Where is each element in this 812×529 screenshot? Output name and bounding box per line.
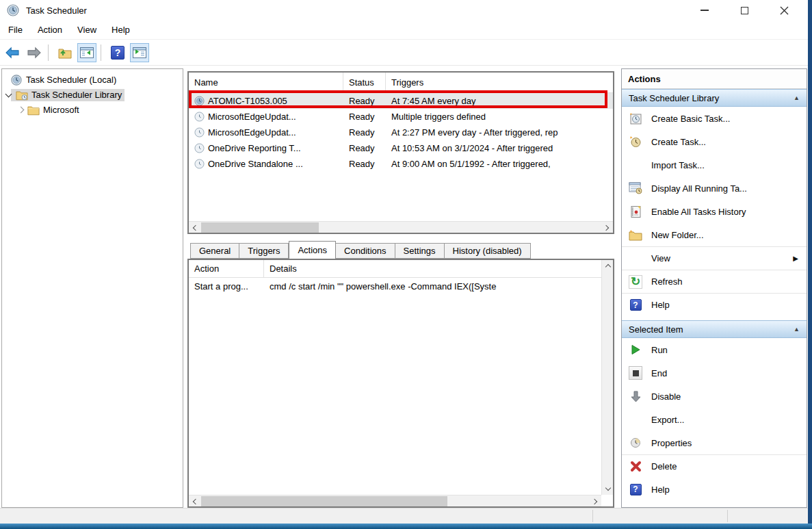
action-help-selected[interactable]: ? Help bbox=[622, 478, 807, 501]
action-view[interactable]: View ▶ bbox=[622, 246, 807, 270]
action-delete[interactable]: Delete bbox=[622, 454, 807, 478]
folder-clock-icon bbox=[16, 90, 28, 101]
action-help-library[interactable]: ? Help bbox=[622, 293, 807, 316]
console-tree-panel: Task Scheduler (Local) Task Scheduler Li… bbox=[1, 68, 183, 508]
menu-help[interactable]: Help bbox=[105, 22, 137, 38]
action-refresh[interactable]: ↻ Refresh bbox=[622, 270, 807, 293]
no-icon bbox=[629, 158, 642, 172]
detail-vscrollbar[interactable] bbox=[601, 260, 613, 495]
window-title: Task Scheduler bbox=[26, 5, 87, 16]
forward-button[interactable] bbox=[25, 43, 44, 62]
scroll-up-icon bbox=[605, 264, 610, 270]
column-header-status[interactable]: Status bbox=[343, 73, 386, 92]
hscroll-thumb[interactable] bbox=[201, 222, 319, 233]
up-folder-button[interactable] bbox=[55, 43, 75, 62]
menu-file[interactable]: File bbox=[1, 22, 29, 38]
help-icon: ? bbox=[630, 299, 642, 311]
section-label: Task Scheduler Library bbox=[629, 93, 794, 103]
help-button[interactable]: ? bbox=[108, 43, 127, 62]
tab-conditions[interactable]: Conditions bbox=[336, 243, 395, 259]
scroll-right-button[interactable] bbox=[590, 495, 601, 507]
column-header-triggers[interactable]: Triggers bbox=[386, 73, 613, 92]
tab-general[interactable]: General bbox=[190, 243, 239, 259]
task-triggers: At 2:27 PM every day - After triggered, … bbox=[386, 125, 613, 140]
task-name: MicrosoftEdgeUpdat... bbox=[208, 112, 296, 122]
tab-actions[interactable]: Actions bbox=[289, 241, 336, 259]
action-create-task[interactable]: Create Task... bbox=[622, 130, 807, 153]
section-header-selected-item[interactable]: Selected Item ▲ bbox=[622, 320, 807, 338]
show-action-pane-button[interactable] bbox=[130, 43, 149, 62]
tree-item-label: Task Scheduler (Local) bbox=[26, 75, 116, 85]
action-label: Import Task... bbox=[651, 160, 705, 170]
action-properties[interactable]: Properties bbox=[622, 431, 807, 454]
collapse-icon[interactable]: ▲ bbox=[794, 326, 800, 333]
menu-bar: File Action View Help bbox=[0, 21, 808, 40]
task-clock-icon bbox=[194, 159, 205, 169]
close-button[interactable] bbox=[764, 0, 804, 21]
task-clock-icon bbox=[194, 127, 205, 138]
action-label: Properties bbox=[651, 438, 692, 448]
action-disable[interactable]: Disable bbox=[622, 385, 807, 408]
section-header-library[interactable]: Task Scheduler Library ▲ bbox=[622, 89, 807, 107]
collapse-icon[interactable]: ▲ bbox=[794, 94, 800, 101]
scroll-left-button[interactable] bbox=[189, 495, 200, 507]
tree-item-task-scheduler-library[interactable]: Task Scheduler Library bbox=[6, 88, 125, 102]
console-tree-icon bbox=[80, 47, 94, 58]
action-label: End bbox=[651, 368, 667, 378]
action-enable-tasks-history[interactable]: Enable All Tasks History bbox=[622, 200, 807, 223]
tab-history[interactable]: History (disabled) bbox=[445, 243, 531, 259]
task-status: Ready bbox=[343, 109, 386, 125]
delete-x-icon bbox=[630, 461, 642, 472]
task-list-header: Name Status Triggers bbox=[189, 73, 613, 93]
scroll-right-icon bbox=[592, 498, 597, 504]
taskbar-edge bbox=[0, 524, 812, 529]
task-row[interactable]: OneDrive Standalone ... Ready At 9:00 AM… bbox=[189, 156, 613, 172]
tab-settings[interactable]: Settings bbox=[395, 243, 445, 259]
column-header-action[interactable]: Action bbox=[189, 260, 264, 277]
detail-row-start-program[interactable]: Start a prog... cmd /c start /min "" pow… bbox=[189, 278, 601, 295]
column-header-name[interactable]: Name bbox=[189, 73, 343, 92]
scroll-left-icon bbox=[193, 224, 198, 230]
action-export[interactable]: Export... bbox=[622, 408, 807, 431]
hscroll-thumb[interactable] bbox=[201, 496, 447, 506]
action-label: View bbox=[651, 253, 670, 263]
detail-hscrollbar[interactable] bbox=[189, 495, 601, 506]
action-end[interactable]: End bbox=[622, 361, 807, 385]
scheduler-clock-icon bbox=[10, 75, 23, 86]
refresh-icon: ↻ bbox=[631, 276, 640, 287]
scroll-down-button[interactable] bbox=[602, 483, 614, 495]
task-list-hscrollbar[interactable] bbox=[189, 221, 613, 233]
show-console-tree-button[interactable] bbox=[77, 43, 96, 62]
maximize-button[interactable] bbox=[724, 0, 764, 21]
actions-tab-content: Action Details Start a prog... cmd /c st… bbox=[187, 259, 614, 508]
close-icon bbox=[780, 6, 789, 15]
column-header-details[interactable]: Details bbox=[264, 260, 601, 277]
action-label: Create Basic Task... bbox=[651, 114, 730, 124]
menu-action[interactable]: Action bbox=[31, 22, 69, 38]
scroll-left-button[interactable] bbox=[189, 222, 200, 233]
scroll-up-button[interactable] bbox=[602, 260, 614, 272]
task-row-atomic[interactable]: ATOMIC-T1053.005 Ready At 7:45 AM every … bbox=[189, 93, 613, 109]
task-scheduler-app-icon bbox=[7, 4, 19, 16]
back-button[interactable] bbox=[3, 43, 22, 62]
tree-item-microsoft[interactable]: Microsoft bbox=[18, 103, 79, 117]
task-row[interactable]: MicrosoftEdgeUpdat... Ready Multiple tri… bbox=[189, 109, 613, 125]
tree-item-task-scheduler-local[interactable]: Task Scheduler (Local) bbox=[6, 73, 116, 87]
action-import-task[interactable]: Import Task... bbox=[622, 153, 807, 177]
chevron-right-icon[interactable] bbox=[18, 107, 25, 114]
action-run[interactable]: Run bbox=[622, 338, 807, 361]
task-scheduler-window: Task Scheduler File Action View Help bbox=[0, 0, 812, 529]
task-row[interactable]: OneDrive Reporting T... Ready At 10:53 A… bbox=[189, 140, 613, 156]
disable-arrow-icon bbox=[631, 391, 641, 402]
action-new-folder[interactable]: New Folder... bbox=[622, 223, 807, 246]
tab-triggers[interactable]: Triggers bbox=[239, 243, 289, 259]
detail-tab-bar: General Triggers Actions Conditions Sett… bbox=[190, 241, 531, 259]
action-create-basic-task[interactable]: Create Basic Task... bbox=[622, 107, 807, 130]
task-status: Ready bbox=[343, 93, 386, 109]
menu-view[interactable]: View bbox=[70, 22, 103, 38]
help-icon: ? bbox=[111, 46, 125, 60]
action-display-all-running[interactable]: Display All Running Ta... bbox=[622, 177, 807, 200]
scroll-right-button[interactable] bbox=[601, 222, 613, 233]
task-row[interactable]: MicrosoftEdgeUpdat... Ready At 2:27 PM e… bbox=[189, 125, 613, 140]
minimize-button[interactable] bbox=[685, 0, 724, 21]
